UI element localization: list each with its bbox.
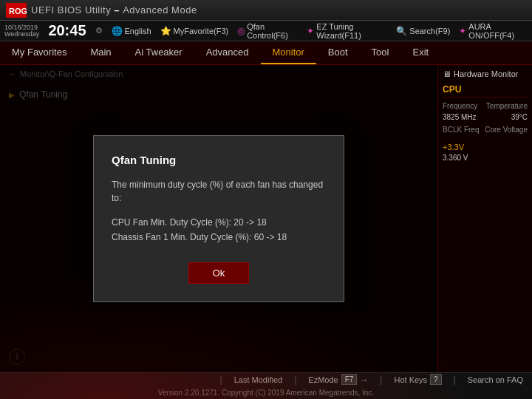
nav-exit[interactable]: Exit [400,41,440,64]
bottom-bar-top: | Last Modified | EzMode F7 → | Hot Keys… [0,373,532,386]
nav-tool[interactable]: Tool [360,41,401,64]
ezmode-item[interactable]: EzMode F7 → [308,374,368,385]
nav-my-favorites[interactable]: My Favorites [0,41,78,64]
toolbar-qfan[interactable]: ◎ Qfan Control(F6) [237,22,298,40]
language-label: English [125,27,151,35]
globe-icon: 🌐 [112,26,123,36]
voltage-value: 3.360 V [443,154,528,162]
search-icon: 🔍 [396,26,407,36]
nav-boot[interactable]: Boot [316,41,360,64]
arrow-icon: → [360,375,368,384]
toolbar: 10/16/2019 Wednesday 20:45 ⚙ 🌐 English ⭐… [0,21,532,41]
toolbar-aura[interactable]: ✦ AURA ON/OFF(F4) [459,22,528,40]
nav-monitor[interactable]: Monitor [261,41,316,64]
myfavorite-label: MyFavorite(F3) [174,27,229,35]
cpu-freq-row: Frequency Temperature [443,102,528,110]
eztuning-label: EZ Tuning Wizard(F11) [316,22,387,40]
nav-advanced[interactable]: Advanced [194,41,261,64]
separator3: | [380,375,382,385]
search-faq-item[interactable]: Search on FAQ [468,375,523,384]
hardware-monitor-panel: 🖥 Hardware Monitor CPU Frequency Tempera… [437,65,532,372]
bios-title: UEFI BIOS Utility – Advanced Mode [31,4,197,16]
rog-logo: ROG [6,3,27,18]
modal-detail-line2: Chassis Fan 1 Min. Duty Cycle (%): 60 ->… [112,230,326,245]
aura-label: AURA ON/OFF(F4) [468,22,528,40]
copyright-text: Version 2.20.1271. Copyright (C) 2019 Am… [158,389,374,397]
toolbar-language[interactable]: 🌐 English [112,26,151,36]
modal-details: CPU Fan Min. Duty Cycle (%): 20 -> 18 Ch… [112,215,326,245]
ok-button[interactable]: Ok [188,262,250,284]
frequency-value: 3825 MHz [443,113,477,121]
toolbar-myfavorite[interactable]: ⭐ MyFavorite(F3) [160,26,229,36]
date-display: 10/16/2019 Wednesday [4,24,39,38]
nav-main[interactable]: Main [78,41,123,64]
qfan-tuning-dialog: Qfan Tuning The minimum duty cycle (%) o… [93,135,344,303]
temperature-value: 39°C [511,113,528,121]
voltage-section: +3.3V 3.360 V [443,143,528,162]
bclk-label: BCLK Freq [443,126,479,134]
copyright-bar: Version 2.20.1271. Copyright (C) 2019 Am… [0,386,532,400]
main-content: ← Monitor\Q-Fan Configuration ▶ Qfan Tun… [0,65,532,372]
core-voltage-label: Core Voltage [485,126,528,134]
svg-text:ROG: ROG [9,7,27,16]
f7-key: F7 [341,374,358,385]
hw-monitor-label: Hardware Monitor [454,69,518,78]
modal-title: Qfan Tuning [112,154,326,166]
left-panel: ← Monitor\Q-Fan Configuration ▶ Qfan Tun… [0,65,437,372]
last-modified-item[interactable]: Last Modified [234,375,282,384]
voltage-label: +3.3V [443,143,528,151]
datetime-display: 10/16/2019 Wednesday [4,24,39,38]
bottom-bar: | Last Modified | EzMode F7 → | Hot Keys… [0,372,532,399]
hw-monitor-title: 🖥 Hardware Monitor [443,69,528,78]
cpu-bclk-row: BCLK Freq Core Voltage [443,126,528,134]
toolbar-search[interactable]: 🔍 Search(F9) [396,26,450,36]
star-icon: ⭐ [160,26,171,36]
frequency-label: Frequency [443,102,477,110]
fan-icon: ◎ [237,26,245,36]
last-modified-label: Last Modified [234,375,282,384]
header-bar: ROG UEFI BIOS Utility – Advanced Mode [0,0,532,21]
modal-detail-line1: CPU Fan Min. Duty Cycle (%): 20 -> 18 [112,215,326,230]
search-faq-label: Search on FAQ [468,375,523,384]
qfan-label: Qfan Control(F6) [247,22,298,40]
toolbar-eztuning[interactable]: ✦ EZ Tuning Wizard(F11) [307,22,387,40]
modal-description: The minimum duty cycle (%) of each fan h… [112,178,326,205]
monitor-icon: 🖥 [443,69,451,78]
search-label: Search(F9) [409,27,450,35]
modal-overlay: Qfan Tuning The minimum duty cycle (%) o… [0,65,437,372]
nav-ai-tweaker[interactable]: Ai Tweaker [123,41,194,64]
temperature-label: Temperature [486,102,528,110]
separator4: | [454,375,456,385]
separator1: | [220,375,222,385]
separator2: | [294,375,296,385]
rog-logo-area: ROG [6,3,27,18]
nav-menu: My Favorites Main Ai Tweaker Advanced Mo… [0,41,532,65]
cpu-freq-value-row: 3825 MHz 39°C [443,113,528,121]
wand-icon: ✦ [307,26,314,36]
question-key: ? [430,374,442,385]
cpu-section-title: CPU [443,84,528,98]
time-display: 20:45 [48,22,86,39]
aura-icon: ✦ [459,26,466,36]
settings-icon[interactable]: ⚙ [95,26,103,35]
modal-footer: Ok [112,262,326,284]
hot-keys-item[interactable]: Hot Keys ? [394,374,441,385]
hot-keys-label: Hot Keys [394,375,427,384]
ezmode-label: EzMode [308,375,338,384]
